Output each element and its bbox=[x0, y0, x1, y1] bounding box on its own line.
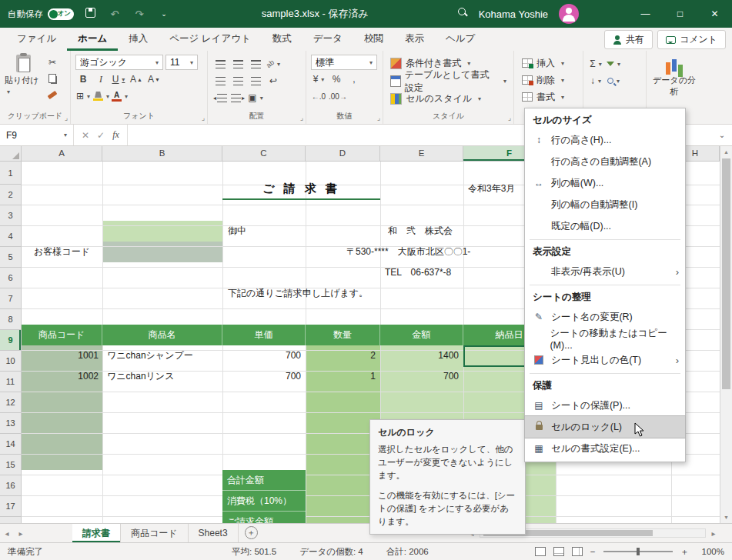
zoom-thumb[interactable] bbox=[637, 548, 640, 555]
vertical-scroll-thumb[interactable] bbox=[722, 158, 730, 389]
row-header-14[interactable]: 14 bbox=[0, 434, 21, 455]
cell-c9[interactable]: 700 bbox=[222, 345, 301, 366]
tab-help[interactable]: ヘルプ bbox=[435, 28, 486, 51]
merge-center-icon[interactable]: ▣▾ bbox=[248, 90, 263, 105]
number-format-combo[interactable]: 標準▾ bbox=[311, 55, 377, 70]
bold-button[interactable]: B bbox=[75, 72, 91, 87]
menu-item-row-height[interactable]: ↕行の高さ(H)... bbox=[525, 129, 685, 151]
font-name-combo[interactable]: 游ゴシック▾ bbox=[75, 55, 163, 70]
clipboard-dialog-launcher-icon[interactable]: ⌟ bbox=[65, 114, 68, 122]
orientation-icon[interactable]: ab▾ bbox=[266, 56, 281, 72]
row-header-11[interactable]: 11 bbox=[0, 372, 21, 392]
column-header-a[interactable]: A bbox=[22, 146, 102, 161]
avatar[interactable] bbox=[559, 4, 579, 24]
name-box[interactable]: F9▾ bbox=[0, 125, 74, 145]
decrease-indent-icon[interactable]: ◂ bbox=[212, 90, 228, 105]
decrease-decimal-icon[interactable]: .00→ bbox=[329, 88, 347, 104]
row-header-5[interactable]: 5 bbox=[0, 247, 21, 268]
font-size-combo[interactable]: 11▾ bbox=[165, 55, 198, 70]
row-header-3[interactable]: 3 bbox=[0, 205, 21, 226]
sort-filter-button[interactable]: ▾ bbox=[606, 56, 621, 72]
align-center-icon[interactable] bbox=[230, 73, 246, 88]
tab-view[interactable]: 表示 bbox=[394, 28, 435, 51]
cell-d9[interactable]: 2 bbox=[306, 345, 376, 366]
undo-icon[interactable]: ↶ bbox=[106, 8, 123, 20]
format-cells-button[interactable]: 書式▾ bbox=[519, 88, 578, 105]
font-color-button[interactable]: A▾ bbox=[112, 88, 128, 104]
sheet-nav-right-icon[interactable]: ▸ bbox=[14, 524, 28, 542]
close-button[interactable]: ✕ bbox=[697, 0, 732, 28]
row-header-17[interactable]: 17 bbox=[0, 496, 21, 517]
new-sheet-icon[interactable]: ＋ bbox=[245, 526, 258, 539]
zoom-slider[interactable] bbox=[603, 551, 673, 552]
hscroll-right-icon[interactable]: ▸ bbox=[707, 529, 720, 538]
tel-cell[interactable]: TEL 06-637*-8 bbox=[385, 262, 451, 283]
increase-indent-icon[interactable]: ▸ bbox=[230, 90, 246, 105]
user-name[interactable]: Kohama Yoshie bbox=[479, 8, 548, 20]
save-icon[interactable] bbox=[82, 8, 99, 20]
header-amount[interactable]: 金額 bbox=[380, 325, 463, 345]
format-as-table-button[interactable]: テーブルとして書式設定▾ bbox=[388, 72, 509, 90]
company-cell[interactable]: 和 弐 株式会 bbox=[388, 221, 453, 242]
autosave-switch[interactable]: オン bbox=[48, 8, 74, 20]
row-header-7[interactable]: 7 bbox=[0, 288, 21, 309]
redo-icon[interactable]: ↷ bbox=[131, 8, 148, 20]
menu-item-autofit-column-width[interactable]: 列の幅の自動調整(I) bbox=[525, 194, 685, 215]
align-left-icon[interactable] bbox=[212, 73, 228, 88]
maximize-button[interactable]: □ bbox=[663, 0, 697, 28]
borders-button[interactable]: ⊞▾ bbox=[75, 88, 91, 104]
menu-item-lock-cell[interactable]: セルのロック(L) bbox=[525, 416, 685, 438]
address-cell[interactable]: 〒530-**** 大阪市北区〇〇1- bbox=[346, 242, 470, 262]
sheet-nav-left-icon[interactable]: ◂ bbox=[0, 524, 14, 542]
menu-item-default-width[interactable]: 既定の幅(D)... bbox=[525, 215, 685, 237]
row-header-8[interactable]: 8 bbox=[0, 309, 21, 330]
tab-data[interactable]: データ bbox=[302, 28, 353, 51]
align-bottom-icon[interactable] bbox=[248, 56, 263, 72]
tab-page-layout[interactable]: ページ レイアウト bbox=[159, 28, 262, 51]
cell-c10[interactable]: 700 bbox=[222, 366, 301, 387]
delete-cells-button[interactable]: 削除▾ bbox=[519, 72, 578, 88]
zoom-in-icon[interactable]: ＋ bbox=[680, 546, 690, 558]
wrap-text-icon[interactable]: ↩ bbox=[266, 73, 281, 88]
tab-file[interactable]: ファイル bbox=[6, 28, 67, 51]
percent-style-icon[interactable]: % bbox=[329, 72, 344, 87]
cell-b10[interactable]: ワニchanリンス bbox=[107, 366, 174, 387]
scroll-up-icon[interactable]: ▲ bbox=[720, 146, 732, 158]
format-painter-icon[interactable] bbox=[45, 87, 60, 102]
align-top-icon[interactable] bbox=[212, 56, 228, 72]
cell-b9[interactable]: ワニchanシャンプー bbox=[107, 345, 193, 366]
row-header-6[interactable]: 6 bbox=[0, 268, 21, 288]
tab-home[interactable]: ホーム bbox=[67, 28, 118, 51]
row-header-10[interactable]: 10 bbox=[0, 351, 21, 372]
decrease-font-button[interactable]: A▼ bbox=[146, 72, 162, 87]
tax-label[interactable]: 消費税（10%） bbox=[222, 491, 306, 512]
date-cell[interactable]: 令和3年3月 bbox=[468, 177, 515, 200]
header-product-code[interactable]: 商品コード bbox=[22, 325, 102, 345]
total-label[interactable]: 合計金額 bbox=[222, 470, 306, 491]
share-button[interactable]: 共有 bbox=[604, 30, 653, 49]
enter-icon[interactable]: ✓ bbox=[97, 130, 105, 141]
header-quantity[interactable]: 数量 bbox=[306, 325, 380, 345]
column-header-b[interactable]: B bbox=[102, 146, 222, 161]
fill-color-button[interactable]: ▾ bbox=[93, 88, 109, 104]
comma-style-icon[interactable]: , bbox=[346, 72, 362, 87]
vertical-scrollbar[interactable]: ▲ ▼ bbox=[720, 146, 732, 523]
row-header-9[interactable]: 9 bbox=[0, 330, 21, 351]
sheet-tab-sheet3[interactable]: Sheet3 bbox=[189, 524, 239, 542]
tab-formulas[interactable]: 数式 bbox=[262, 28, 302, 51]
tab-insert[interactable]: 挿入 bbox=[118, 28, 159, 51]
normal-view-icon[interactable] bbox=[535, 547, 546, 556]
number-dialog-launcher-icon[interactable]: ⌟ bbox=[377, 114, 380, 122]
page-break-view-icon[interactable] bbox=[572, 547, 583, 556]
row-header-15[interactable]: 15 bbox=[0, 455, 21, 475]
insert-function-icon[interactable]: fx bbox=[112, 129, 119, 141]
invoice-title-cell[interactable]: ご 請 求 書 bbox=[222, 177, 380, 200]
column-header-c[interactable]: C bbox=[222, 146, 306, 161]
billing-total-label[interactable]: ご請求金額 bbox=[222, 512, 306, 523]
message-cell[interactable]: 下記の通りご請求申し上げます。 bbox=[228, 283, 368, 304]
row-header-4[interactable]: 4 bbox=[0, 226, 21, 247]
styles-dialog-launcher-icon[interactable]: ⌟ bbox=[508, 114, 511, 122]
menu-item-column-width[interactable]: ↔列の幅(W)... bbox=[525, 172, 685, 194]
autosum-button[interactable]: Σ▾ bbox=[588, 56, 603, 72]
row-header-13[interactable]: 13 bbox=[0, 413, 21, 434]
